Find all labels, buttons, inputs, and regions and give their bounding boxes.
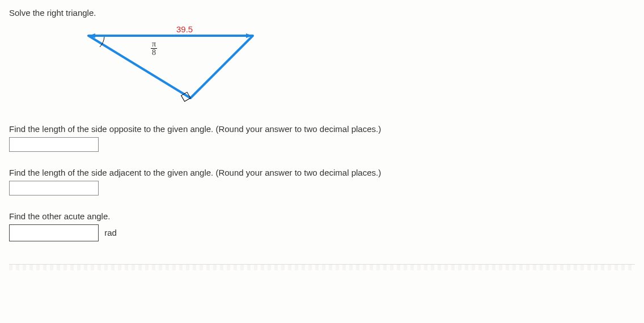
answer-3-input[interactable]: [9, 224, 99, 241]
triangle-figure: 39.5 π 8: [71, 23, 276, 108]
question-2: Find the length of the side adjacent to …: [9, 168, 635, 196]
page-divider: [9, 264, 635, 270]
problem-title: Solve the right triangle.: [9, 8, 635, 18]
angle-denominator: 8: [151, 49, 157, 57]
question-1-text: Find the length of the side opposite to …: [9, 124, 635, 134]
question-3: Find the other acute angle. rad: [9, 211, 635, 241]
svg-marker-0: [88, 36, 253, 98]
answer-3-unit: rad: [104, 228, 117, 237]
hypotenuse-label: 39.5: [176, 24, 193, 34]
answer-1-input[interactable]: [9, 137, 99, 152]
question-3-text: Find the other acute angle.: [9, 211, 635, 221]
answer-2-input[interactable]: [9, 181, 99, 196]
triangle-svg: [83, 30, 276, 109]
angle-numerator: π: [151, 40, 157, 49]
given-angle-label: π 8: [151, 40, 157, 57]
question-2-text: Find the length of the side adjacent to …: [9, 168, 635, 177]
question-1: Find the length of the side opposite to …: [9, 124, 635, 152]
